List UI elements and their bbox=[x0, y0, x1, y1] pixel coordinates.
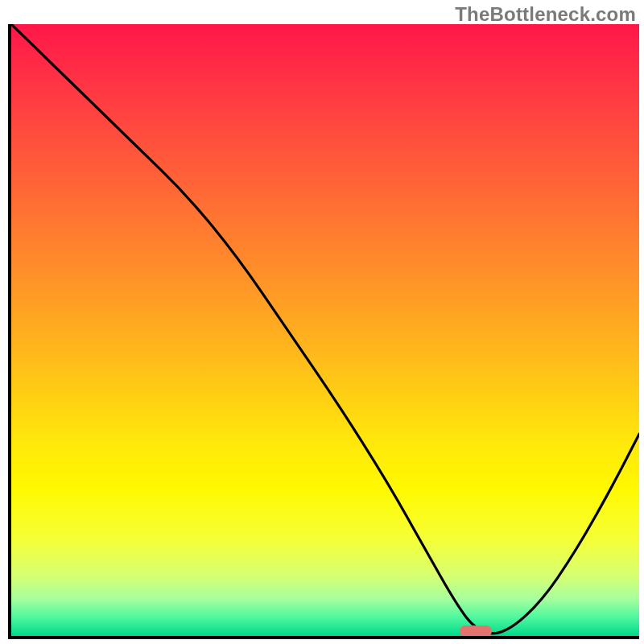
chart-container: TheBottleneck.com bbox=[0, 0, 644, 644]
optimal-marker bbox=[460, 625, 492, 637]
plot-area bbox=[8, 24, 639, 639]
watermark-text: TheBottleneck.com bbox=[455, 3, 636, 26]
curve-svg bbox=[11, 24, 639, 636]
bottleneck-curve bbox=[11, 24, 639, 634]
